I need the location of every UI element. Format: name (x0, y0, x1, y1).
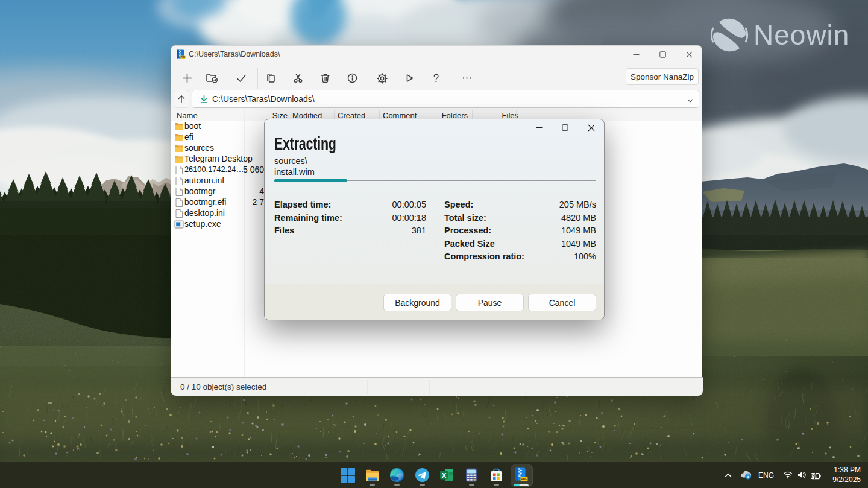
svg-text:X: X (442, 472, 447, 479)
svg-text:PRE: PRE (521, 477, 527, 481)
svg-text:Neowin: Neowin (753, 19, 849, 51)
svg-text:PRE: PRE (181, 56, 186, 59)
